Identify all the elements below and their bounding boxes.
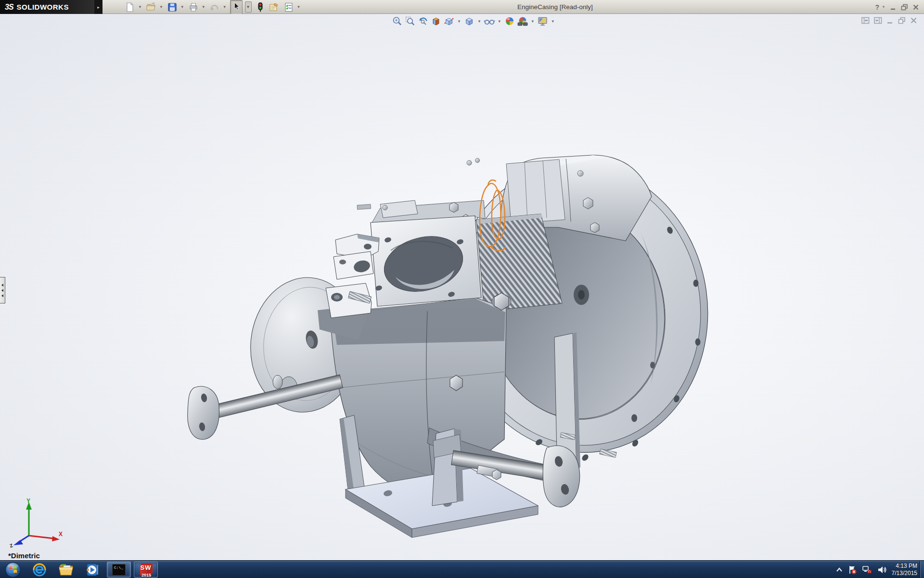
- document-title: EngineCasing [Read-only]: [517, 0, 593, 14]
- checklist-dropdown[interactable]: ▼: [297, 5, 301, 9]
- featuremanager-pane-button[interactable]: [861, 17, 870, 24]
- zoom-to-area-button[interactable]: [404, 15, 416, 27]
- restore-button[interactable]: [901, 4, 908, 11]
- featuremanager-collapsed-tab[interactable]: [0, 277, 5, 303]
- select-tool-button[interactable]: [230, 0, 243, 14]
- clock-time: 4:13 PM: [892, 563, 917, 570]
- undo-button[interactable]: [209, 1, 220, 13]
- windows-taskbar: C:\_ SW 2015: [0, 560, 924, 578]
- apply-scene-icon: [517, 16, 528, 26]
- document-restore-button[interactable]: [898, 17, 906, 24]
- engine-casing-model: [0, 14, 924, 560]
- headsup-view-toolbar: ▼ ▼ ▼: [391, 15, 556, 27]
- help-dropdown[interactable]: ▼: [882, 5, 886, 9]
- hidden-icons-arrow[interactable]: [836, 567, 843, 572]
- internet-explorer-button[interactable]: [32, 562, 47, 578]
- edit-appearance-button[interactable]: [504, 15, 515, 27]
- hide-show-items-dropdown[interactable]: ▼: [498, 19, 501, 24]
- minimize-button[interactable]: [890, 4, 897, 11]
- eyeglasses-icon: [484, 16, 495, 26]
- undo-dropdown[interactable]: ▼: [223, 5, 227, 9]
- undo-icon: [209, 2, 220, 13]
- command-prompt-button[interactable]: C:\_: [107, 562, 131, 578]
- expand-arrow-icon: [1, 289, 3, 292]
- new-dropdown[interactable]: ▼: [138, 5, 142, 9]
- stoplight-icon: [257, 2, 264, 13]
- help-button[interactable]: ?: [875, 3, 880, 11]
- open-button[interactable]: [145, 1, 157, 13]
- new-document-button[interactable]: [124, 1, 136, 13]
- graphics-area[interactable]: ▼ ▼ ▼: [0, 14, 924, 560]
- apply-scene-button[interactable]: [517, 15, 528, 27]
- rebuild-button[interactable]: [257, 1, 264, 13]
- media-player-button[interactable]: [85, 562, 100, 578]
- standard-toolbar: ▼ ▼ ▼: [124, 0, 302, 14]
- view-settings-button[interactable]: [537, 15, 549, 27]
- start-button[interactable]: [5, 562, 21, 578]
- zoom-to-fit-button[interactable]: [391, 15, 403, 27]
- view-settings-dropdown[interactable]: ▼: [551, 19, 555, 24]
- save-button[interactable]: [167, 1, 178, 13]
- document-minimize-button[interactable]: [886, 17, 894, 24]
- titlebar: 3S SOLIDWORKS ▸ ▼ ▼: [0, 0, 924, 14]
- print-icon: [188, 2, 199, 13]
- section-view-icon: [431, 16, 441, 26]
- system-tray: 4:13 PM 7/13/2015: [836, 561, 917, 578]
- hide-show-items-button[interactable]: [484, 15, 495, 27]
- appearance-sphere-icon: [504, 16, 515, 26]
- file-properties-button[interactable]: [268, 1, 280, 13]
- previous-view-button[interactable]: [417, 15, 429, 27]
- volume-icon[interactable]: [877, 565, 887, 575]
- display-style-icon: [464, 16, 475, 26]
- sw-year-badge: 2015: [139, 573, 154, 578]
- close-button[interactable]: [912, 4, 919, 11]
- open-dropdown[interactable]: ▼: [159, 5, 163, 9]
- triad-z-label: Z: [9, 543, 13, 548]
- select-dropdown[interactable]: ▼: [245, 1, 252, 13]
- network-status-icon[interactable]: [862, 565, 873, 575]
- show-desktop-button[interactable]: [920, 561, 924, 578]
- featuremanager-pane-split-button[interactable]: [874, 17, 882, 24]
- view-settings-icon: [537, 16, 549, 26]
- clock[interactable]: 4:13 PM 7/13/2015: [892, 563, 917, 577]
- triad-y-label: Y: [26, 498, 30, 504]
- file-explorer-button[interactable]: [58, 563, 74, 577]
- notepad-icon: [269, 2, 280, 13]
- new-document-icon: [125, 2, 135, 13]
- save-dropdown[interactable]: ▼: [180, 5, 184, 9]
- section-view-button[interactable]: [430, 15, 442, 27]
- command-prompt-icon: C:\_: [112, 564, 126, 576]
- triad-x-label: X: [59, 531, 63, 538]
- design-checklist-button[interactable]: [283, 1, 295, 13]
- apply-scene-dropdown[interactable]: ▼: [531, 19, 535, 24]
- action-center-flag-icon[interactable]: [847, 565, 857, 575]
- print-button[interactable]: [188, 1, 199, 13]
- checklist-icon: [283, 2, 294, 13]
- document-close-button[interactable]: [910, 17, 917, 24]
- previous-view-icon: [418, 16, 428, 26]
- open-folder-icon: [146, 2, 156, 13]
- solidworks-2015-button[interactable]: SW 2015: [134, 562, 158, 578]
- select-cursor-icon: [231, 1, 241, 11]
- reference-triad: Y X Z: [6, 497, 63, 548]
- clock-date: 7/13/2015: [892, 570, 917, 577]
- desktop: 3S SOLIDWORKS ▸ ▼ ▼: [0, 0, 924, 578]
- carb-top-plates: [357, 158, 485, 224]
- taskbar-items: C:\_ SW 2015: [5, 561, 154, 578]
- view-orientation-dropdown[interactable]: ▼: [457, 19, 461, 24]
- view-orientation-button[interactable]: [443, 15, 455, 27]
- expand-arrow-icon: [1, 294, 3, 297]
- 3ds-logo-mark: 3S: [5, 3, 13, 12]
- display-style-button[interactable]: [463, 15, 475, 27]
- view-orientation-icon: [444, 16, 454, 26]
- solidworks-2015-icon: SW 2015: [139, 563, 153, 577]
- display-style-dropdown[interactable]: ▼: [477, 19, 481, 24]
- brand-name: SOLIDWORKS: [17, 3, 69, 11]
- print-dropdown[interactable]: ▼: [202, 5, 205, 9]
- zoom-to-fit-icon: [392, 16, 402, 26]
- zoom-to-area-icon: [405, 16, 415, 26]
- save-floppy-icon: [167, 2, 178, 13]
- menu-expand-arrow[interactable]: ▸: [94, 0, 103, 14]
- expand-arrow-icon: [1, 284, 3, 287]
- view-orientation-label: *Dimetric: [8, 552, 40, 560]
